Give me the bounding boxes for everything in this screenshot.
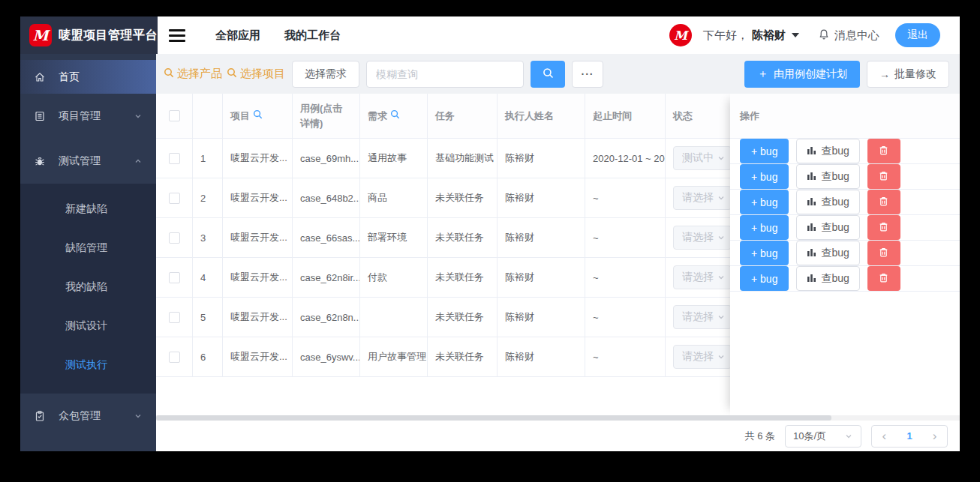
cell-time: ~ xyxy=(585,258,666,297)
cell-index: 1 xyxy=(193,139,223,178)
page-size-select[interactable]: 10条/页 xyxy=(785,425,861,448)
fuzzy-search-input[interactable] xyxy=(366,61,524,88)
view-bug-button[interactable]: 查bug xyxy=(796,241,859,265)
cell-task: 基础功能测试 xyxy=(428,139,498,178)
view-bug-label: 查bug xyxy=(821,170,849,184)
next-page-button[interactable]: › xyxy=(933,430,937,442)
status-select[interactable]: 请选择 xyxy=(673,186,732,210)
cell-executor: 陈裕财 xyxy=(498,298,585,337)
cell-time: 2020-12-01 ~ 20 xyxy=(585,139,666,178)
add-bug-button[interactable]: + bug xyxy=(740,190,789,214)
sidebar-item-crowdsourcing-management[interactable]: 众包管理 xyxy=(20,394,156,439)
chevron-down-icon xyxy=(717,273,726,282)
row-checkbox-cell xyxy=(156,258,193,297)
trash-icon xyxy=(878,272,889,286)
delete-button[interactable] xyxy=(867,215,900,240)
menu-toggle-icon[interactable] xyxy=(169,26,185,45)
search-icon xyxy=(227,67,237,80)
search-icon[interactable] xyxy=(253,109,263,124)
add-bug-button[interactable]: + bug xyxy=(740,266,789,291)
bar-chart-icon xyxy=(807,171,816,183)
user-avatar[interactable]: M xyxy=(669,24,692,46)
sidebar-item-label: 首页 xyxy=(59,70,80,84)
column-header-label: 状态 xyxy=(673,109,693,124)
status-select[interactable]: 请选择 xyxy=(673,226,732,250)
sidebar-item-test-management[interactable]: 测试管理 xyxy=(20,139,156,184)
add-bug-button[interactable]: + bug xyxy=(740,215,789,240)
view-bug-label: 查bug xyxy=(821,145,849,158)
topnav-item-my-workbench[interactable]: 我的工作台 xyxy=(284,28,341,43)
app-title: 唛盟项目管理平台 xyxy=(59,28,158,43)
select-all-checkbox[interactable] xyxy=(169,110,180,121)
column-header-executor: 执行人姓名 xyxy=(498,94,585,138)
bell-icon xyxy=(818,28,830,43)
user-menu[interactable]: 下午好， 陈裕财 xyxy=(703,28,799,43)
view-bug-label: 查bug xyxy=(821,196,849,209)
sidebar-item-defect-management[interactable]: 缺陷管理 xyxy=(20,229,156,268)
more-filters-button[interactable]: ··· xyxy=(572,61,603,88)
logout-button[interactable]: 退出 xyxy=(895,23,940,47)
cell-req: 商品 xyxy=(360,178,428,217)
status-select[interactable]: 请选择 xyxy=(673,305,732,329)
trash-icon xyxy=(878,170,889,184)
row-checkbox[interactable] xyxy=(169,232,180,244)
row-checkbox[interactable] xyxy=(169,193,180,204)
select-requirement-button[interactable]: 选择需求 xyxy=(292,61,359,88)
view-bug-button[interactable]: 查bug xyxy=(796,215,859,240)
chevron-down-icon xyxy=(717,233,726,242)
sidebar-item-test-execution[interactable]: 测试执行 xyxy=(20,346,156,385)
create-plan-from-case-button[interactable]: ＋ 由用例创建计划 xyxy=(744,61,860,88)
view-bug-button[interactable]: 查bug xyxy=(796,266,859,291)
status-select[interactable]: 请选择 xyxy=(673,265,732,289)
sidebar-item-project-management[interactable]: 项目管理 xyxy=(20,94,156,139)
bug-icon xyxy=(34,155,46,167)
sidebar-item-label: 项目管理 xyxy=(59,109,101,123)
add-bug-button[interactable]: + bug xyxy=(740,164,789,189)
chevron-down-icon xyxy=(134,412,143,421)
column-header-label: 用例(点击详情) xyxy=(300,101,352,130)
horizontal-scrollbar xyxy=(156,415,960,421)
delete-button[interactable] xyxy=(867,139,900,163)
delete-button[interactable] xyxy=(867,190,900,214)
search-button[interactable] xyxy=(531,61,565,88)
status-select[interactable]: 请选择 xyxy=(673,345,732,369)
scrollbar-thumb[interactable] xyxy=(156,415,831,421)
view-bug-button[interactable]: 查bug xyxy=(796,164,859,189)
select-product-filter[interactable]: 选择产品 xyxy=(164,67,222,81)
select-project-filter[interactable]: 选择项目 xyxy=(227,67,285,81)
delete-button[interactable] xyxy=(867,266,900,291)
current-page[interactable]: 1 xyxy=(906,430,912,442)
sidebar-item-new-defect[interactable]: 新建缺陷 xyxy=(20,190,156,229)
sidebar-item-test-design[interactable]: 测试设计 xyxy=(20,307,156,346)
sidebar-item-my-defects[interactable]: 我的缺陷 xyxy=(20,268,156,307)
search-icon[interactable] xyxy=(390,109,400,124)
row-checkbox[interactable] xyxy=(169,352,180,363)
chevron-down-icon xyxy=(717,154,726,163)
topnav-item-all-apps[interactable]: 全部应用 xyxy=(215,28,260,43)
view-bug-button[interactable]: 查bug xyxy=(796,139,859,163)
sidebar-item-home[interactable]: 首页 xyxy=(20,60,156,94)
column-header-actions: 操作 xyxy=(730,94,960,139)
column-header-req: 需求 xyxy=(360,94,428,138)
cell-executor: 陈裕财 xyxy=(498,337,585,376)
add-bug-button[interactable]: + bug xyxy=(740,241,789,265)
row-checkbox[interactable] xyxy=(169,153,180,164)
message-center[interactable]: 消息中心 xyxy=(818,28,879,43)
trash-icon xyxy=(878,221,889,235)
row-checkbox-cell xyxy=(156,218,193,257)
status-select[interactable]: 测试中 xyxy=(673,146,732,170)
row-checkbox[interactable] xyxy=(169,312,180,323)
prev-page-button[interactable]: ‹ xyxy=(882,430,887,442)
cell-executor: 陈裕财 xyxy=(498,218,585,257)
view-bug-button[interactable]: 查bug xyxy=(796,190,859,214)
sidebar-item-settlement-management[interactable]: 结算管理 xyxy=(20,448,156,451)
add-bug-button[interactable]: + bug xyxy=(740,139,789,163)
row-checkbox[interactable] xyxy=(169,272,180,283)
trash-icon xyxy=(878,145,889,158)
caret-down-icon xyxy=(792,33,799,37)
delete-button[interactable] xyxy=(867,164,900,189)
batch-edit-button[interactable]: → 批量修改 xyxy=(867,61,949,88)
action-row: + bug查bug xyxy=(730,241,960,266)
delete-button[interactable] xyxy=(867,241,900,265)
cell-index: 6 xyxy=(193,337,223,376)
